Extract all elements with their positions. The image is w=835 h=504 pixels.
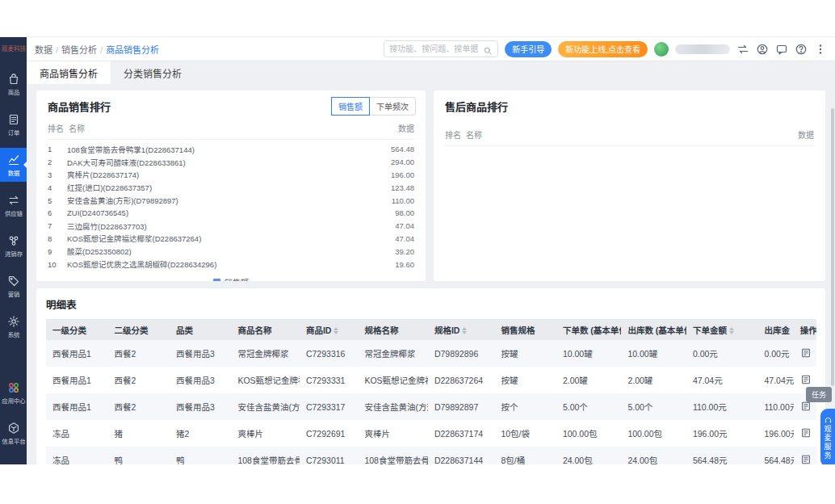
cell: 西餐用品1	[46, 393, 107, 420]
contact-icon[interactable]	[756, 43, 769, 56]
chart-row: 9 酸菜(D252350802) 39.20	[48, 245, 414, 258]
global-search[interactable]	[384, 40, 498, 57]
breadcrumb-item[interactable]: 销售分析	[56, 43, 97, 56]
gear-icon	[7, 315, 20, 328]
value: 98.00	[372, 208, 414, 217]
message-icon[interactable]	[775, 43, 788, 56]
sidebar-bottom-nav: 应用中心 信息平台	[0, 376, 27, 456]
detail-doc-icon[interactable]	[800, 427, 812, 439]
cell: D228637174	[428, 420, 495, 447]
breadcrumb-item[interactable]: 数据	[35, 43, 52, 56]
column-header[interactable]: 商品ID	[300, 319, 358, 340]
promo-button[interactable]: 新功能上线,点击查看	[558, 41, 648, 57]
cell: 西餐用品3	[170, 393, 231, 420]
sidebar-item[interactable]: 营销	[0, 269, 27, 303]
product-name: 红提(进口)(D228637357)	[67, 182, 170, 193]
value: 47.04	[372, 221, 414, 230]
chart-row: 5 安佳含盐黄油(方形)(D79892897) 110.00	[48, 194, 414, 207]
supply-chain-icon	[7, 194, 20, 207]
cell: 10.00罐	[556, 340, 622, 367]
avatar[interactable]	[654, 42, 669, 57]
col-name: 名称	[466, 128, 769, 141]
cell: 西餐2	[107, 367, 169, 393]
column-header[interactable]: 商品名称	[231, 319, 300, 340]
cell: 猪	[107, 420, 169, 447]
column-header[interactable]: 规格名称	[358, 319, 428, 340]
tab[interactable]: 商品销售分析	[27, 61, 111, 84]
column-header[interactable]: 规格ID	[428, 319, 495, 340]
toggle-button[interactable]: 下单频次	[369, 97, 416, 116]
chart-legend: 销售额	[48, 276, 414, 281]
value: 39.20	[372, 247, 414, 256]
sidebar-item[interactable]: 订单	[0, 107, 27, 141]
column-header[interactable]: 一级分类	[46, 319, 107, 340]
cell: 安佳含盐黄油(方形)	[358, 393, 428, 420]
detail-doc-icon[interactable]	[800, 347, 812, 359]
detail-doc-icon[interactable]	[800, 454, 812, 465]
scrollbar-thumb[interactable]	[831, 108, 834, 386]
task-float-tag[interactable]: 任务	[806, 387, 832, 402]
service-float-button[interactable]: 观麦服务	[820, 409, 835, 464]
chart-row: 2 DAK大可寿司醋味液(D228633861) 294.00	[48, 156, 414, 169]
cell: 鸭	[170, 447, 231, 464]
column-header[interactable]: 出库金	[757, 319, 793, 340]
column-header[interactable]: 销售规格	[494, 319, 556, 340]
column-header[interactable]: 操作	[794, 319, 816, 340]
column-header[interactable]: 下单金额	[686, 319, 758, 340]
chart-row: 7 三边腐竹(D228637703) 47.04	[48, 220, 414, 233]
cell: 196.00元	[757, 420, 793, 447]
cell: 10包/袋	[494, 420, 556, 447]
chart-row: 6 ZUI(D240736545) 98.00	[48, 207, 414, 220]
product-name: 爽棒片(D228637174)	[67, 169, 170, 180]
sidebar-item[interactable]: 系统	[0, 309, 27, 343]
sidebar-nav: 商品 订单 数据 供应链 进销存	[0, 67, 27, 350]
product-name: 108食堂带筋去骨鸭掌1(D228637144)	[67, 144, 170, 155]
tab[interactable]: 分类销售分析	[111, 61, 195, 84]
sidebar-item[interactable]: 供应链	[0, 188, 27, 222]
column-header[interactable]: 品类	[170, 319, 231, 340]
column-header[interactable]: 二级分类	[107, 319, 169, 340]
cell: 110.00元	[686, 393, 758, 420]
aftersales-ranking-panel: 售后商品排行 排名 名称 数据	[434, 90, 825, 281]
value: 47.04	[372, 234, 414, 243]
content: 商品销售排行 销售额下单频次 排名 名称 数据 1	[27, 84, 835, 464]
sidebar-item[interactable]: 应用中心	[0, 376, 27, 410]
detail-doc-icon[interactable]	[800, 374, 812, 385]
column-header[interactable]: 下单数 (基本单位)	[556, 319, 622, 340]
cell: 100.00包	[556, 420, 622, 447]
rank: 2	[48, 158, 67, 166]
cell: 108食堂带筋去骨鸭掌	[231, 447, 300, 464]
cell: C7293317	[300, 393, 358, 420]
col-rank: 排名	[48, 122, 69, 134]
cell: 0.00元	[686, 340, 758, 367]
cell: 47.04元	[686, 367, 758, 393]
chart-row: 1 108食堂带筋去骨鸭掌1(D228637144) 564.48	[48, 143, 414, 156]
cell: 2.00罐	[621, 367, 686, 393]
more-icon[interactable]	[814, 43, 827, 56]
breadcrumb-item[interactable]: 商品销售分析	[100, 43, 159, 56]
search-input[interactable]	[389, 44, 483, 53]
guide-button[interactable]: 新手引导	[505, 41, 552, 57]
sales-ranking-panel: 商品销售排行 销售额下单频次 排名 名称 数据 1	[36, 90, 426, 281]
legend-swatch	[213, 279, 220, 281]
sidebar-item[interactable]: 信息平台	[0, 416, 27, 450]
switch-account-icon[interactable]	[736, 43, 749, 56]
cell: C7293011	[300, 447, 358, 464]
sidebar-item[interactable]: 商品	[0, 67, 27, 101]
help-icon[interactable]	[795, 43, 808, 56]
app-window: 观麦科技 商品 订单 数据 供	[0, 36, 835, 464]
sidebar-item[interactable]: 数据	[0, 148, 27, 182]
chart-row: 8 KOS甄想记金牌福达椰浆(D228637264) 47.04	[48, 233, 414, 246]
cell: D228637144	[428, 447, 495, 464]
product-name: 酸菜(D252350802)	[67, 246, 170, 257]
sidebar-item-label: 营销	[7, 289, 19, 297]
cell: 按罐	[494, 340, 556, 367]
chart-row: 4 红提(进口)(D228637357) 123.48	[48, 181, 414, 194]
column-header[interactable]: 出库数 (基本单位)	[621, 319, 686, 340]
cell: 2.00罐	[556, 367, 622, 393]
main-area: 数据销售分析商品销售分析 新手引导 新功能上线,点击查看 商品销售分析分类销售分…	[27, 37, 835, 464]
chart-row: 3 爽棒片(D228637174) 196.00	[48, 169, 414, 182]
sidebar-item[interactable]: 进销存	[0, 229, 27, 262]
headset-icon	[824, 414, 833, 422]
toggle-button[interactable]: 销售额	[331, 97, 370, 116]
